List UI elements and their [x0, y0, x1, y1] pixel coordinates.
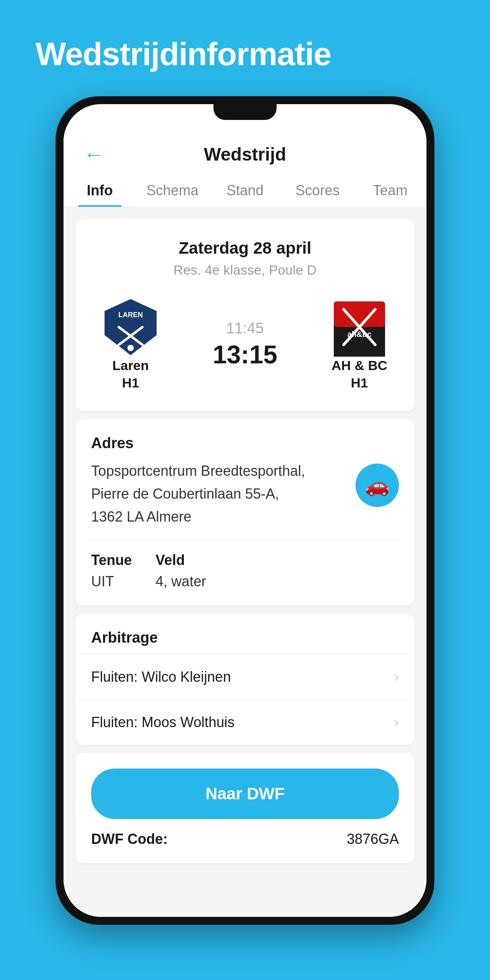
dwf-section: Naar DWF DWF Code: 3876GA [75, 753, 415, 863]
svg-point-4 [127, 345, 134, 351]
divider [91, 540, 399, 540]
back-button[interactable]: ← [83, 142, 104, 166]
dwf-code-row: DWF Code: 3876GA [91, 831, 399, 847]
home-team-name: Laren H1 [112, 357, 149, 391]
svg-rect-6 [334, 301, 385, 327]
tab-team[interactable]: Team [354, 173, 426, 207]
veld-block: Veld 4, water [155, 552, 206, 590]
veld-value: 4, water [155, 573, 206, 590]
address-label: Adres [91, 435, 399, 452]
tenue-label: Tenue [91, 552, 132, 569]
chevron-icon-2: › [394, 714, 399, 731]
tab-scores[interactable]: Scores [281, 173, 354, 207]
scroll-body: Zaterdag 28 april Res. 4e klasse, Poule … [64, 207, 426, 917]
match-time-planned: 11:45 [226, 320, 264, 337]
app-header: ← Wedstrijd [64, 136, 426, 173]
match-date: Zaterdag 28 april [91, 239, 399, 258]
address-text: Topsportcentrum Breedtesporthal, Pierre … [91, 460, 348, 528]
veld-label: Veld [155, 552, 206, 569]
away-team-block: ah&bc AH & BC H1 [320, 297, 399, 391]
arbitrage-section: Arbitrage Fluiten: Wilco Kleijnen › Flui… [75, 613, 415, 745]
svg-text:ah&bc: ah&bc [347, 330, 371, 339]
navigate-button[interactable]: 🚗 [355, 464, 399, 507]
match-score: 13:15 [213, 340, 277, 369]
address-section: Adres Topsportcentrum Breedtesporthal, P… [75, 419, 415, 606]
arbitrage-item-2[interactable]: Fluiten: Moos Wolthuis › [75, 700, 415, 745]
arbitrage-name-1: Fluiten: Wilco Kleijnen [91, 669, 231, 685]
home-team-block: LAREN Laren H1 [91, 297, 170, 391]
phone-notch [213, 104, 277, 120]
tenue-veld-row: Tenue UIT Veld 4, water [91, 552, 399, 590]
away-team-name: AH & BC H1 [331, 357, 387, 391]
address-row: Topsportcentrum Breedtesporthal, Pierre … [91, 460, 399, 528]
dwf-code-label: DWF Code: [91, 831, 168, 847]
dwf-code-value: 3876GA [347, 831, 399, 847]
arbitrage-label: Arbitrage [75, 629, 415, 655]
phone-frame: ← Wedstrijd Info Schema Stand Scores Te [56, 96, 434, 925]
phone-screen: ← Wedstrijd Info Schema Stand Scores Te [64, 104, 426, 917]
arbitrage-name-2: Fluiten: Moos Wolthuis [91, 714, 234, 731]
match-teams: LAREN Laren H1 [91, 297, 399, 391]
laren-logo: LAREN [101, 297, 160, 357]
match-card: Zaterdag 28 april Res. 4e klasse, Poule … [75, 219, 415, 411]
match-league: Res. 4e klasse, Poule D [91, 262, 399, 278]
header-title: Wedstrijd [204, 144, 286, 165]
page-title: Wedstrijdinformatie [0, 36, 331, 73]
tab-info[interactable]: Info [64, 173, 136, 207]
arbitrage-item-1[interactable]: Fluiten: Wilco Kleijnen › [75, 655, 415, 700]
chevron-icon-1: › [394, 669, 399, 685]
app-content: ← Wedstrijd Info Schema Stand Scores Te [64, 104, 426, 917]
score-block: 11:45 13:15 [213, 320, 277, 369]
ahbc-logo: ah&bc [330, 297, 389, 357]
tab-bar: Info Schema Stand Scores Team [64, 173, 426, 207]
dwf-button[interactable]: Naar DWF [91, 769, 399, 819]
svg-text:LAREN: LAREN [118, 311, 143, 319]
tenue-value: UIT [91, 573, 132, 590]
tab-stand[interactable]: Stand [209, 173, 281, 207]
car-icon: 🚗 [365, 474, 389, 497]
tenue-block: Tenue UIT [91, 552, 132, 590]
tab-schema[interactable]: Schema [136, 173, 209, 207]
